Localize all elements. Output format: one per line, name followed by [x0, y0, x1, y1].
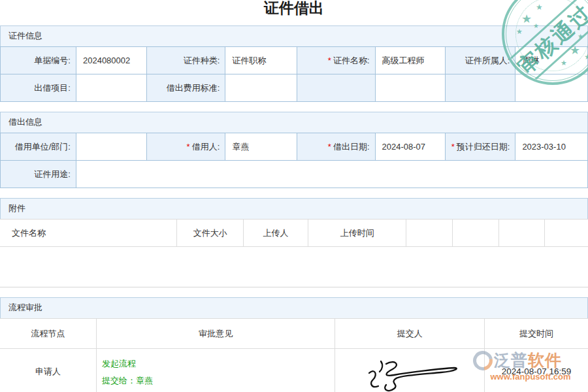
section-lending-info: 借出信息 借用单位/部门: *借用人: 章燕 *借出日期: 2024-08-07…: [0, 112, 588, 188]
attachment-header-empty: [406, 220, 453, 247]
signature-image: [357, 355, 462, 392]
section-title-certificate-info: 证件信息: [0, 25, 588, 46]
attachment-header-filesize: 文件大小: [177, 220, 244, 247]
cert-type-label: 证件种类:: [146, 47, 225, 74]
empty-value-cell: [375, 74, 446, 102]
approval-submitter-cell: [335, 349, 485, 392]
workflow-start-text: 发起流程: [102, 355, 335, 372]
empty-label-cell: [297, 74, 375, 102]
empty-value-cell: [515, 74, 588, 102]
borrow-dept-label: 借用单位/部门:: [1, 133, 76, 161]
cert-name-value: 高级工程师: [375, 47, 446, 74]
workflow-submit-to-text: 提交给：章燕: [102, 372, 335, 389]
approval-header-node: 流程节点: [0, 319, 97, 349]
borrow-dept-value: [76, 133, 146, 161]
lend-fee-label: 借出费用标准:: [146, 74, 225, 102]
attachment-header-empty: [544, 220, 588, 247]
submit-time-value: 2024-08-07 16:59: [502, 367, 572, 376]
page-title: 证件借出: [0, 0, 588, 25]
attachment-header-empty: [498, 220, 544, 247]
section-approval: 流程审批 流程节点 审批意见 提交人 提交时间 申请人 发起流程 提交给：章燕: [0, 297, 588, 392]
section-title-attachments: 附件: [0, 198, 588, 219]
approval-table: 流程节点 审批意见 提交人 提交时间 申请人 发起流程 提交给：章燕: [0, 318, 588, 392]
certificate-info-table: 单据编号: 2024080002 证件种类: 证件职称 *证件名称: 高级工程师…: [0, 46, 588, 102]
cert-owner-label: 证件所属人:: [446, 47, 515, 74]
doc-no-label: 单据编号:: [1, 47, 76, 74]
usage-value: [76, 161, 587, 188]
approval-time-cell: 2024-08-07 16:59: [485, 349, 588, 392]
certificate-lending-page: 证件借出 证件信息 单据编号: 2024080002 证件种类: 证件职称 *证…: [0, 0, 588, 392]
lend-date-label: *借出日期:: [297, 133, 375, 161]
approval-row: 申请人 发起流程 提交给：章燕 2024-08-07 16:59: [0, 349, 588, 392]
cert-name-label: *证件名称:: [297, 47, 375, 74]
attachment-header-uploadtime: 上传时间: [308, 220, 406, 247]
return-date-label: *预计归还日期:: [446, 133, 515, 161]
borrower-label: *借用人:: [146, 133, 225, 161]
cert-owner-value: 周琳: [515, 47, 588, 74]
attachments-table: 文件名称 文件大小 上传人 上传时间: [0, 219, 588, 247]
lend-project-value: [76, 74, 146, 102]
return-date-value: 2023-03-10: [515, 133, 588, 161]
attachment-header-empty: [453, 220, 498, 247]
section-attachments: 附件 文件名称 文件大小 上传人 上传时间: [0, 198, 588, 287]
section-title-lending-info: 借出信息: [0, 112, 588, 133]
approval-node-value: 申请人: [0, 349, 97, 392]
approval-header-opinion: 审批意见: [97, 319, 335, 349]
approval-header-submitter: 提交人: [335, 319, 485, 349]
lend-fee-value: [225, 74, 297, 102]
attachment-header-filename: 文件名称: [0, 220, 177, 247]
borrower-value: 章燕: [225, 133, 297, 161]
approval-opinion-cell: 发起流程 提交给：章燕: [97, 349, 335, 392]
attachments-empty-area: [0, 247, 588, 287]
section-title-approval: 流程审批: [0, 297, 588, 318]
attachment-header-uploader: 上传人: [244, 220, 308, 247]
doc-no-value: 2024080002: [76, 47, 146, 74]
lending-info-table: 借用单位/部门: *借用人: 章燕 *借出日期: 2024-08-07 *预计归…: [0, 133, 588, 188]
empty-label-cell: [446, 74, 515, 102]
lend-date-value: 2024-08-07: [375, 133, 446, 161]
section-certificate-info: 证件信息 单据编号: 2024080002 证件种类: 证件职称 *证件名称: …: [0, 25, 588, 102]
lend-project-label: 出借项目:: [1, 74, 76, 102]
usage-label: 证件用途:: [1, 161, 76, 188]
cert-type-value: 证件职称: [225, 47, 297, 74]
approval-header-time: 提交时间: [485, 319, 588, 349]
